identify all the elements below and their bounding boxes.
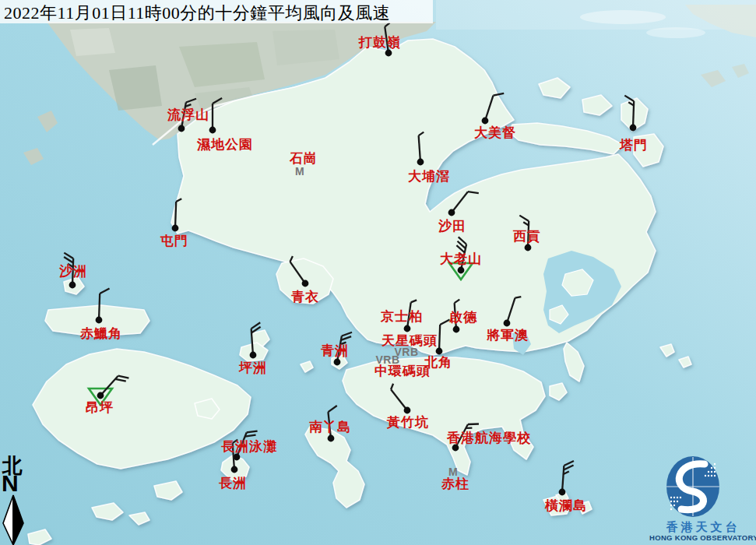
station-dot: [334, 359, 341, 366]
station-label: 北角: [424, 353, 452, 371]
station-dot: [172, 225, 179, 232]
station-dot: [448, 209, 455, 216]
station-label: 大老山: [440, 250, 482, 268]
station-dot: [209, 127, 216, 134]
station-label: 昂坪: [86, 399, 114, 417]
station-label: 啟德: [449, 308, 477, 326]
station-label: 打鼓嶺: [359, 33, 401, 51]
station-label: 濕地公園: [197, 135, 253, 153]
station-label: 長洲泳灘: [221, 438, 277, 455]
station-label: 長洲: [219, 474, 247, 492]
station-label: 流浮山: [167, 106, 209, 124]
hong-kong-map: [0, 0, 756, 545]
station-label: 大美督: [474, 124, 516, 142]
wind-map-screen: 2022年11月01日11時00分的十分鐘平均風向及風速 打鼓嶺流浮山濕地公園石…: [0, 0, 756, 545]
station-dot: [250, 352, 257, 359]
station-dot: [559, 489, 566, 496]
hko-logo-english: HONG KONG OBSERVATORY: [649, 533, 756, 542]
station-dot: [458, 267, 465, 274]
missing-data-marker: M: [295, 165, 304, 178]
station-label: 香港航海學校: [447, 429, 531, 447]
station-dot: [417, 159, 424, 166]
station-label: 赤鱲角: [80, 325, 122, 343]
station-label: 沙洲: [59, 262, 87, 280]
station-label: 塔門: [620, 136, 648, 154]
station-dot: [231, 466, 238, 473]
station-label: 屯門: [160, 232, 188, 250]
station-label: 青洲: [321, 342, 349, 360]
variable-wind-marker: VRB: [375, 353, 399, 366]
station-label: 沙田: [438, 217, 466, 235]
station-dot: [525, 244, 532, 251]
station-dot: [96, 317, 103, 324]
compass-north-letter: N: [2, 470, 19, 497]
station-label: 京士柏: [381, 308, 423, 325]
hko-logo: [666, 456, 719, 517]
station-label: 南丫島: [309, 418, 351, 436]
station-dot: [328, 435, 335, 442]
station-label: 青衣: [291, 288, 319, 306]
station-dot: [630, 125, 637, 132]
station-label: 黃竹坑: [387, 413, 429, 431]
map-title: 2022年11月01日11時00分的十分鐘平均風向及風速: [4, 2, 390, 25]
station-label: 大埔滘: [408, 167, 450, 185]
station-dot: [453, 326, 460, 333]
station-dot: [178, 125, 185, 132]
station-label: 坪洲: [239, 359, 267, 377]
station-label: 西貢: [513, 227, 541, 245]
missing-data-marker: M: [448, 466, 458, 478]
station-label: 將軍澳: [487, 326, 529, 344]
station-dot: [302, 280, 309, 287]
station-label: 橫瀾島: [545, 497, 587, 515]
station-dot: [69, 282, 76, 289]
